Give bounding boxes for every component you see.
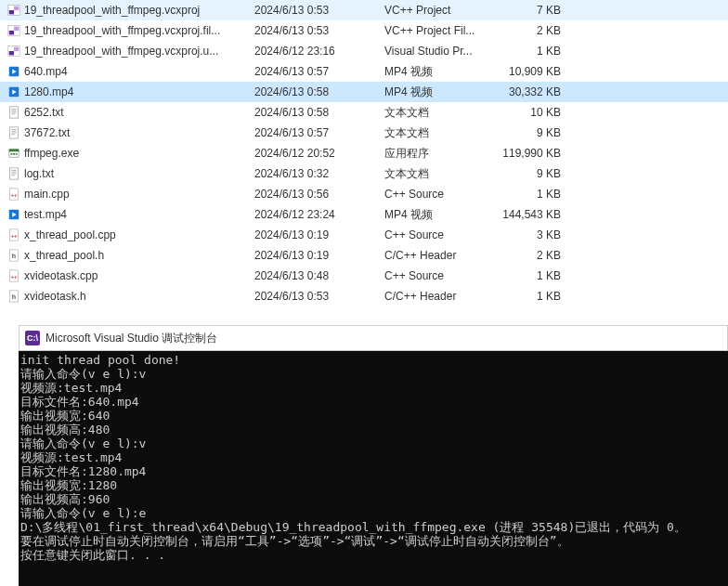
file-date: 2024/6/13 0:58 (254, 85, 384, 98)
file-type: VC++ Project (384, 4, 494, 17)
mp4-icon (6, 85, 22, 98)
svg-rect-1 (9, 10, 14, 14)
svg-rect-4 (9, 31, 14, 34)
console-line: 输出视频高:480 (20, 423, 726, 436)
txt-icon (6, 106, 22, 119)
console-line: 视频源:test.mp4 (20, 381, 726, 395)
file-row[interactable]: 19_threadpool_with_ffmpeg.vcxproj2024/6/… (0, 0, 728, 20)
file-name: 6252.txt (22, 106, 254, 119)
file-type: Visual Studio Pr... (384, 45, 494, 58)
console-line: 目标文件名:640.mp4 (20, 395, 726, 409)
svg-rect-25 (16, 153, 18, 155)
file-list[interactable]: 19_threadpool_with_ffmpeg.vcxproj2024/6/… (0, 0, 728, 306)
file-name: x_thread_pool.h (22, 249, 254, 262)
file-size: 10 KB (494, 106, 566, 119)
file-row[interactable]: 1280.mp42024/6/13 0:58MP4 视频30,332 KB (0, 82, 728, 102)
file-row[interactable]: test.mp42024/6/12 23:24MP4 视频144,543 KB (0, 204, 728, 225)
file-date: 2024/6/13 0:19 (254, 228, 384, 241)
svg-rect-2 (14, 7, 19, 10)
file-row[interactable]: 19_threadpool_with_ffmpeg.vcxproj.fil...… (0, 20, 728, 41)
file-size: 1 KB (494, 188, 566, 201)
svg-rect-23 (11, 153, 13, 155)
file-type: MP4 视频 (384, 207, 494, 223)
file-date: 2024/6/13 0:57 (254, 126, 384, 139)
file-row[interactable]: ffmpeg.exe2024/6/12 20:52应用程序119,990 KB (0, 143, 728, 163)
console-line: 输出视频高:960 (20, 492, 726, 506)
file-name: main.cpp (22, 188, 254, 201)
file-date: 2024/6/13 0:19 (254, 249, 384, 262)
file-date: 2024/6/13 0:53 (254, 290, 384, 303)
file-row[interactable]: hx_thread_pool.h2024/6/13 0:19C/C++ Head… (0, 245, 728, 266)
file-date: 2024/6/13 0:53 (254, 4, 384, 17)
file-name: 640.mp4 (22, 65, 254, 78)
file-date: 2024/6/13 0:32 (254, 167, 384, 180)
file-name: 1280.mp4 (22, 85, 254, 98)
console-window: C:\ Microsoft Visual Studio 调试控制台 init t… (19, 325, 728, 586)
file-type: C/C++ Header (384, 290, 494, 303)
h-icon: h (6, 290, 22, 303)
file-row[interactable]: ++x_thread_pool.cpp2024/6/13 0:19C++ Sou… (0, 225, 728, 245)
file-date: 2024/6/13 0:53 (254, 24, 384, 37)
file-type: C++ Source (384, 269, 494, 282)
file-type: MP4 视频 (384, 64, 494, 80)
file-row[interactable]: 19_threadpool_with_ffmpeg.vcxproj.u...20… (0, 41, 728, 61)
console-line: 请输入命令(v e l):e (20, 506, 726, 520)
file-date: 2024/6/13 0:48 (254, 269, 384, 282)
file-name: xvideotask.cpp (22, 269, 254, 282)
console-line: 请输入命令(v e l):v (20, 367, 726, 381)
file-date: 2024/6/12 20:52 (254, 147, 384, 160)
console-line: init thread pool done! (20, 353, 726, 367)
vcxproj-icon (6, 24, 22, 37)
file-name: 19_threadpool_with_ffmpeg.vcxproj (22, 4, 254, 17)
file-size: 1 KB (494, 269, 566, 282)
file-type: 应用程序 (384, 146, 494, 162)
file-date: 2024/6/12 23:16 (254, 45, 384, 58)
vs-icon: C:\ (25, 331, 40, 345)
file-type: 文本文档 (384, 166, 494, 182)
file-name: log.txt (22, 167, 254, 180)
file-type: VC++ Project Fil... (384, 24, 494, 37)
file-row[interactable]: ++main.cpp2024/6/13 0:56C++ Source1 KB (0, 184, 728, 204)
file-size: 1 KB (494, 45, 566, 58)
console-titlebar[interactable]: C:\ Microsoft Visual Studio 调试控制台 (19, 325, 728, 351)
svg-text:h: h (12, 293, 16, 300)
file-row[interactable]: ++xvideotask.cpp2024/6/13 0:48C++ Source… (0, 266, 728, 286)
console-line: 输出视频宽:1280 (20, 478, 726, 492)
cpp-icon: ++ (6, 228, 22, 241)
console-line: 输出视频宽:640 (20, 409, 726, 423)
file-row[interactable]: 640.mp42024/6/13 0:57MP4 视频10,909 KB (0, 61, 728, 82)
svg-text:++: ++ (10, 191, 18, 198)
user-icon (6, 45, 22, 58)
file-name: test.mp4 (22, 208, 254, 221)
svg-text:h: h (12, 253, 16, 259)
console-body[interactable]: init thread pool done!请输入命令(v e l):v视频源:… (19, 351, 728, 586)
file-size: 1 KB (494, 290, 566, 303)
file-row[interactable]: log.txt2024/6/13 0:32文本文档9 KB (0, 163, 728, 184)
h-icon: h (6, 249, 22, 262)
file-size: 2 KB (494, 24, 566, 37)
console-line: 目标文件名:1280.mp4 (20, 464, 726, 478)
console-line: 视频源:test.mp4 (20, 450, 726, 464)
file-size: 7 KB (494, 4, 566, 17)
console-line: 要在调试停止时自动关闭控制台，请启用“工具”->“选项”->“调试”->“调试停… (20, 534, 726, 548)
file-date: 2024/6/13 0:56 (254, 188, 384, 201)
file-name: 37672.txt (22, 126, 254, 139)
cpp-icon: ++ (6, 269, 22, 282)
file-row[interactable]: 37672.txt2024/6/13 0:57文本文档9 KB (0, 123, 728, 143)
file-row[interactable]: 6252.txt2024/6/13 0:58文本文档10 KB (0, 102, 728, 123)
console-title-text: Microsoft Visual Studio 调试控制台 (46, 331, 217, 346)
file-name: 19_threadpool_with_ffmpeg.vcxproj.fil... (22, 24, 254, 37)
vcxproj-icon (6, 4, 22, 17)
file-row[interactable]: hxvideotask.h2024/6/13 0:53C/C++ Header1… (0, 286, 728, 306)
file-size: 9 KB (494, 167, 566, 180)
file-size: 30,332 KB (494, 85, 566, 98)
mp4-icon (6, 65, 22, 78)
file-size: 2 KB (494, 249, 566, 262)
console-line: D:\多线程\01_first_thread\x64\Debug\19_thre… (20, 520, 726, 534)
file-size: 10,909 KB (494, 65, 566, 78)
svg-rect-7 (9, 51, 14, 55)
file-date: 2024/6/13 0:57 (254, 65, 384, 78)
file-type: MP4 视频 (384, 85, 494, 100)
file-size: 144,543 KB (494, 208, 566, 221)
file-type: C/C++ Header (384, 249, 494, 262)
